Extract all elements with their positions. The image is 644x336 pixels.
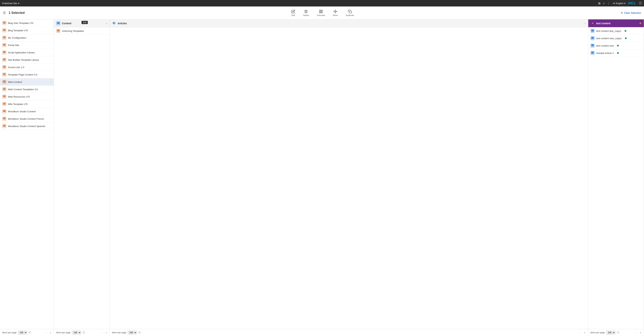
chevron-right-icon: › (106, 22, 107, 25)
published-site-label[interactable]: Published Site (2, 2, 17, 5)
list-item[interactable]: Wiki Template v70 (0, 100, 54, 108)
duplicate-button[interactable]: Duplicate (344, 8, 356, 17)
articles-header-title: Articles (118, 22, 583, 25)
clear-selection-button[interactable]: ✕ Clear Selection (620, 11, 641, 14)
articles-panel: Articles › Items per page 100 50 25 ⓘ ‹ … (110, 19, 588, 336)
doc-icon (2, 51, 6, 54)
doc-icon (2, 43, 6, 47)
svg-rect-6 (349, 11, 352, 13)
doc-icon (2, 102, 6, 106)
content-panel: Content › Authoring Templates Items per … (54, 19, 110, 336)
close-icon: ✕ (620, 11, 623, 14)
next-page-button[interactable]: › (639, 331, 642, 334)
list-item[interactable]: Portal Site (0, 41, 54, 49)
green-status-dot (617, 52, 619, 54)
list-item[interactable]: Blog Solo Template v70 (0, 19, 54, 27)
sample-article-2-item[interactable]: Sample Article 2 (588, 49, 644, 57)
orange-status-dot (640, 22, 641, 24)
doc-icon (2, 73, 6, 76)
toolbar: ☰ 1 Selected Edit Delete Overview Move D… (0, 6, 644, 19)
authoring-doc-icon (56, 29, 60, 33)
prev-page-button[interactable]: ‹ (580, 331, 582, 334)
authoring-templates-item[interactable]: Authoring Templates (54, 27, 110, 35)
test-content-list: test content dup_copy1 test content new_… (588, 27, 644, 329)
articles-pagination: Items per page 100 50 25 ⓘ ‹ › (110, 329, 588, 336)
doc-icon (2, 95, 6, 98)
left-panel: Blog Solo Template v70 Blog Template v70… (0, 19, 54, 336)
info-icon[interactable]: ⓘ (28, 331, 31, 334)
next-page-button[interactable]: › (105, 331, 108, 334)
left-pagination: Items per page 100 50 25 ⓘ ‹ › (0, 329, 54, 336)
list-item-script-application-library[interactable]: Script Application Library (0, 49, 54, 56)
items-per-page-select[interactable]: 100 50 25 (18, 331, 27, 335)
content-icon (591, 44, 594, 47)
sitemap-icon (112, 21, 116, 25)
doc-icon (2, 124, 6, 128)
doc-icon (2, 28, 6, 32)
list-item[interactable]: Blog Template v70 (0, 27, 54, 34)
list-item[interactable]: Woodburn Studio Content French (0, 115, 54, 123)
main-content: Blog Solo Template v70 Blog Template v70… (0, 19, 644, 336)
content-icon (591, 36, 594, 40)
list-item-web-content[interactable]: Web Content › (0, 78, 54, 86)
test-content-panel: ✓ test content test content dup_copy1 te… (588, 19, 644, 336)
list-item[interactable]: Template Page Content 3.0 (0, 71, 54, 78)
list-item[interactable]: Social Lists 1.0 (0, 64, 54, 71)
green-status-dot (625, 37, 627, 39)
more-icon[interactable]: ⋮ (607, 1, 610, 5)
prev-page-button[interactable]: ‹ (101, 331, 104, 334)
content-header-icon (56, 21, 60, 25)
svg-rect-2 (320, 12, 320, 13)
items-per-page-label: Items per page (56, 331, 70, 334)
list-item-web-content-templates[interactable]: Web Content Templates 3.0 (0, 86, 54, 93)
doc-icon (2, 110, 6, 113)
language-label[interactable]: English (616, 2, 624, 5)
test-content-dup-copy1-item[interactable]: test content dup_copy1 (588, 27, 644, 35)
grid-icon[interactable]: ⊞ (598, 1, 600, 5)
info-icon[interactable]: ⓘ (617, 331, 619, 334)
doc-icon (2, 36, 6, 39)
toolbar-center: Edit Delete Overview Move Duplicate (290, 8, 356, 17)
left-list: Blog Solo Template v70 Blog Template v70… (0, 19, 54, 329)
list-item[interactable]: ML Configuration (0, 34, 54, 41)
items-per-page-select[interactable]: 100 50 25 (606, 331, 616, 335)
home-icon[interactable]: ⌂ (603, 1, 605, 5)
doc-icon (2, 117, 6, 121)
next-page-button[interactable]: › (49, 331, 52, 334)
test-content-new-item[interactable]: test content new (588, 42, 644, 49)
overview-button[interactable]: Overview (315, 8, 327, 17)
items-per-page-label: Items per page (112, 331, 126, 334)
articles-header: Articles › (110, 19, 588, 27)
top-bar-right: ⊞ ⌂ ⋮ ⇄ English ▾ HCL ⓘ (598, 1, 642, 5)
delete-label: Delete (303, 14, 309, 16)
list-item[interactable]: Web Resources v70 (0, 93, 54, 100)
site-dropdown-arrow[interactable]: ▾ (18, 2, 20, 5)
doc-icon (2, 88, 6, 91)
hamburger-menu[interactable]: ☰ (3, 11, 6, 15)
delete-button[interactable]: Delete (301, 8, 311, 17)
content-pagination: Items per page 100 50 25 ⓘ ‹ › (54, 329, 110, 336)
test-content-new-copy1-item[interactable]: test content new_copy1 (588, 35, 644, 42)
info-icon[interactable]: ⓘ (138, 331, 141, 334)
language-arrow[interactable]: ▾ (624, 2, 626, 5)
list-item[interactable]: Woodburn Studio Content (0, 108, 54, 115)
edit-button[interactable]: Edit (290, 8, 297, 17)
top-bar-left: Published Site ▾ (2, 2, 20, 5)
prev-page-button[interactable]: ‹ (635, 331, 638, 334)
move-button[interactable]: Move (331, 8, 340, 17)
prev-page-button[interactable]: ‹ (45, 331, 48, 334)
move-label: Move (333, 14, 338, 16)
items-per-page-select[interactable]: 100 50 25 (72, 331, 81, 335)
info-icon[interactable]: ⓘ (82, 331, 85, 334)
doc-icon (2, 21, 6, 25)
doc-icon (2, 65, 6, 69)
language-selector[interactable]: ⇄ English ▾ (613, 2, 626, 5)
items-per-page-select[interactable]: 100 50 25 (128, 331, 137, 335)
next-page-button[interactable]: › (584, 331, 586, 334)
list-item-site-builder-template-library[interactable]: Site Builder Template Library (0, 56, 54, 64)
edit-label: Edit (292, 14, 295, 16)
toolbar-left: ☰ 1 Selected (3, 11, 25, 15)
help-icon[interactable]: ⓘ (639, 1, 642, 5)
green-status-dot (617, 45, 619, 46)
list-item[interactable]: Woodburn Studio Content Spanish (0, 123, 54, 130)
